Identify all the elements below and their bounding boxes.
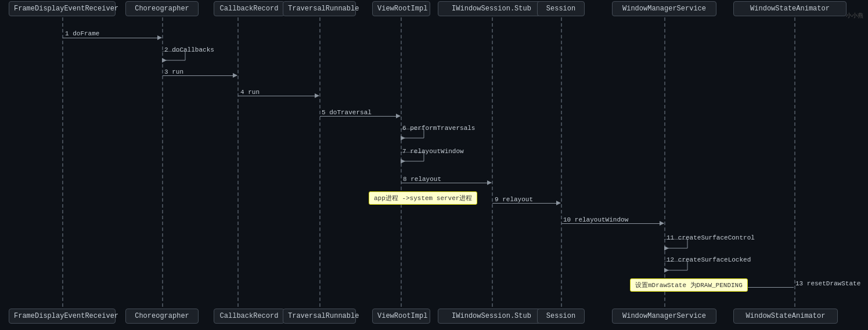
svg-marker-11 bbox=[401, 159, 405, 164]
lifeline-iws bbox=[492, 17, 493, 313]
lifeline-cbr bbox=[237, 17, 239, 313]
arrow-5 bbox=[320, 116, 400, 117]
note-draw-pending: 设置mDrawState 为DRAW_PENDING bbox=[630, 278, 748, 292]
watermark: 小小燕 bbox=[846, 12, 863, 20]
label-4: 4 run bbox=[240, 89, 260, 96]
lifeline-wsa bbox=[794, 17, 795, 313]
label-1: 1 doFrame bbox=[65, 30, 99, 37]
lifeline-tr bbox=[319, 17, 320, 313]
actor-wsa-bottom: WindowStateAnimator bbox=[733, 309, 838, 324]
arrow-8 bbox=[401, 183, 491, 183]
actor-iws-bottom: IWindowSession.Stub bbox=[438, 309, 545, 324]
label-11: 11 createSurfaceControl bbox=[667, 234, 755, 241]
actor-ses-top: Session bbox=[537, 1, 585, 16]
lifeline-vri bbox=[401, 17, 402, 313]
actor-vri-bottom: ViewRootImpl bbox=[372, 309, 430, 324]
actor-tr-top: TraversalRunnable bbox=[283, 1, 356, 16]
actor-cho-bottom: Choreographer bbox=[125, 309, 199, 324]
label-10: 10 relayoutWindow bbox=[563, 216, 628, 223]
arrow-3 bbox=[163, 75, 237, 76]
svg-marker-15 bbox=[664, 246, 669, 251]
lifeline-ses bbox=[561, 17, 562, 313]
svg-marker-7 bbox=[401, 136, 405, 140]
actor-fder-top: FrameDisplayEventReceiver bbox=[9, 1, 116, 16]
label-6: 6 performTraversals bbox=[402, 125, 475, 132]
sequence-diagram: FrameDisplayEventReceiver Choreographer … bbox=[0, 0, 868, 330]
arrow-1 bbox=[63, 38, 161, 38]
label-7: 7 relayoutWindow bbox=[402, 148, 464, 155]
actor-ses-bottom: Session bbox=[537, 309, 585, 324]
label-12: 12 createSurfaceLocked bbox=[667, 256, 751, 263]
actor-fder-bottom: FrameDisplayEventReceiver bbox=[9, 309, 116, 324]
actor-cbr-bottom: CallbackRecord bbox=[214, 309, 284, 324]
arrow-4 bbox=[238, 96, 319, 96]
actor-wsa-top: WindowStateAnimator bbox=[733, 1, 847, 16]
note-process-boundary: app进程 ->system server进程 bbox=[369, 191, 477, 205]
actor-iws-top: IWindowSession.Stub bbox=[438, 1, 545, 16]
actor-wms-top: WindowManagerService bbox=[612, 1, 716, 16]
label-5: 5 doTraversal bbox=[322, 109, 372, 116]
label-9: 9 relayout bbox=[495, 196, 533, 203]
arrow-9 bbox=[492, 203, 560, 204]
actor-wms-bottom: WindowManagerService bbox=[612, 309, 716, 324]
svg-marker-3 bbox=[162, 58, 167, 63]
actor-vri-top: ViewRootImpl bbox=[372, 1, 430, 16]
lifeline-fder bbox=[62, 17, 63, 313]
actor-cho-top: Choreographer bbox=[125, 1, 199, 16]
svg-marker-19 bbox=[664, 268, 669, 273]
actor-cbr-top: CallbackRecord bbox=[214, 1, 284, 16]
label-2: 2 doCallbacks bbox=[164, 46, 214, 53]
actor-tr-bottom: TraversalRunnable bbox=[283, 309, 356, 324]
arrow-10 bbox=[561, 223, 664, 224]
label-8: 8 relayout bbox=[403, 176, 441, 183]
label-13: 13 resetDrawState bbox=[795, 280, 860, 287]
label-3: 3 run bbox=[164, 68, 183, 75]
